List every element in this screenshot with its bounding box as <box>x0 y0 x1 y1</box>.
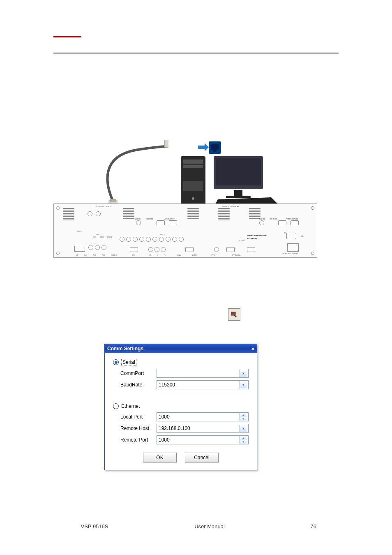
panel-label: AC 85-264V 50/60Hz <box>282 252 298 254</box>
svg-rect-7 <box>183 160 203 164</box>
footer-model: VSP 9516S <box>53 523 136 530</box>
spinner-icon[interactable]: ▲▼ <box>240 413 247 421</box>
panel-label: OUTPUT <box>238 239 244 241</box>
chevron-down-icon[interactable]: ▾ <box>240 425 247 432</box>
panel-label: ON <box>284 232 286 234</box>
localport-label: Local Port <box>113 414 157 420</box>
panel-label: SDI IN <box>77 230 82 232</box>
svg-rect-17 <box>232 312 235 314</box>
baudrate-dropdown[interactable]: 115200 ▾ <box>157 380 249 389</box>
panel-label: OUTPUT TO DISPLAY <box>222 206 239 208</box>
svg-rect-8 <box>183 165 203 168</box>
panel-label: FC CE RoHS <box>247 238 257 240</box>
ethernet-cable-image <box>78 140 168 214</box>
ethernet-radio[interactable] <box>113 403 119 409</box>
localport-spinner[interactable]: 1000 ▲▼ <box>157 412 249 421</box>
svg-rect-14 <box>226 196 251 198</box>
panel-label: CONFIG1 <box>146 218 153 220</box>
panel-label: OUTPUT TO DISPLAY <box>95 206 112 208</box>
panel-label: USB <box>100 236 104 238</box>
panel-label: VIDEO INPUT1 <box>164 218 175 220</box>
footer-page: 76 <box>284 523 316 530</box>
remoteport-label: Remote Port <box>113 437 157 443</box>
comm-settings-toolbar-icon[interactable] <box>228 308 240 321</box>
vent <box>187 208 199 219</box>
svg-rect-13 <box>234 190 242 196</box>
ok-button[interactable]: OK <box>143 453 177 462</box>
panel-label: CONFIG2 <box>270 218 277 220</box>
chevron-down-icon[interactable]: ▾ <box>240 381 247 388</box>
svg-rect-2 <box>164 140 168 147</box>
vent <box>218 208 230 221</box>
remotehost-label: Remote Host <box>113 426 157 431</box>
panel-label: INPUT <box>160 234 165 236</box>
spinner-icon[interactable]: ▲▼ <box>240 436 247 444</box>
commport-dropdown[interactable]: ▾ <box>157 369 249 378</box>
remoteport-spinner[interactable]: 1000 ▲▼ <box>157 435 249 444</box>
panel-label: RS232 <box>107 236 112 238</box>
baudrate-label: BaudRate <box>113 382 157 388</box>
panel-label: CON1 <box>95 234 99 236</box>
vent <box>63 208 74 221</box>
cancel-button[interactable]: Cancel <box>185 453 219 462</box>
svg-rect-9 <box>183 181 203 191</box>
localport-value: 1000 <box>159 414 170 420</box>
remotehost-value: 192.168.0.100 <box>159 426 190 431</box>
device-rear-panel: OUTPUT TO DISPLAY OUTPUT TO DISPLAY AUDI… <box>53 204 317 258</box>
dialog-titlebar[interactable]: Comm Settings × <box>105 344 257 353</box>
close-icon[interactable]: × <box>251 346 254 352</box>
remotehost-dropdown[interactable]: 192.168.0.100 ▾ <box>157 424 249 433</box>
divider <box>53 53 339 53</box>
vent <box>123 208 134 219</box>
vent <box>249 208 261 219</box>
svg-rect-12 <box>216 158 261 185</box>
panel-label: RGBlink MADE IN CHINA <box>247 234 267 236</box>
panel-label: OFF <box>301 235 304 237</box>
ethernet-radio-label: Ethernet <box>121 403 140 409</box>
chevron-down-icon[interactable]: ▾ <box>240 370 247 377</box>
serial-radio[interactable] <box>113 359 119 365</box>
panel-label: VIDEO INPUT2 <box>286 218 298 220</box>
comm-settings-dialog: Comm Settings × Serial CommPort ▾ BaudRa… <box>104 344 257 470</box>
dialog-title: Comm Settings <box>107 346 143 352</box>
svg-point-10 <box>192 197 194 200</box>
remoteport-value: 1000 <box>159 437 170 443</box>
panel-label: DVI <box>93 236 96 238</box>
page-footer: VSP 9516S User Manual 76 <box>53 523 316 530</box>
panel-label: AUDIO2 <box>259 218 265 220</box>
svg-rect-1 <box>110 199 116 202</box>
baudrate-value: 115200 <box>159 382 175 388</box>
serial-radio-label: Serial <box>121 359 136 365</box>
panel-label: AUDIO1 <box>135 218 141 220</box>
footer-title: User Manual <box>136 523 284 530</box>
commport-label: CommPort <box>113 370 157 376</box>
